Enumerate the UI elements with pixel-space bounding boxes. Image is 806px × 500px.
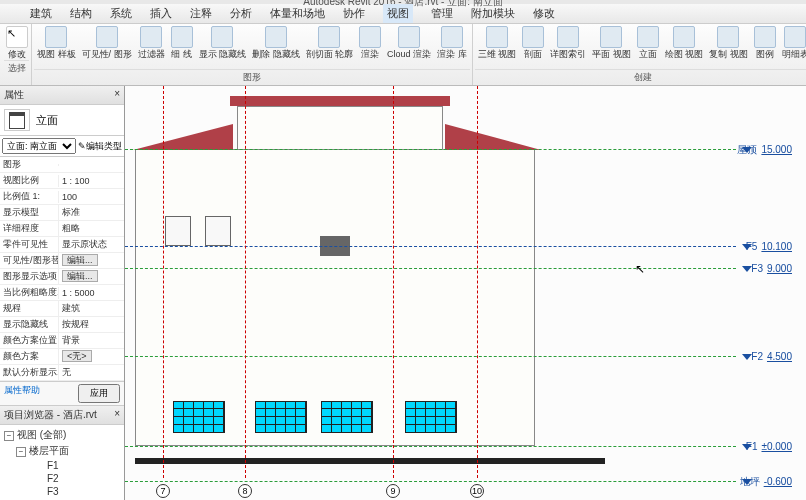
level-line[interactable]: 地坪-0.600: [125, 481, 806, 482]
filter-button[interactable]: 过滤器: [135, 25, 168, 69]
render-button[interactable]: 渲染: [356, 25, 384, 69]
menu-item[interactable]: 系统: [110, 6, 132, 21]
props-help-link[interactable]: 属性帮助: [4, 384, 40, 397]
grid-line[interactable]: [245, 86, 246, 478]
thinlines-button[interactable]: 细 线: [168, 25, 196, 69]
roof-right: [445, 124, 541, 150]
menu-item[interactable]: 附加模块: [471, 6, 515, 21]
level-line[interactable]: F510.100: [125, 246, 806, 247]
menu-bar: 建筑 结构 系统 插入 注释 分析 体量和场地 协作 视图 管理 附加模块 修改: [0, 4, 806, 24]
menu-item[interactable]: 分析: [230, 6, 252, 21]
visibility-button[interactable]: 可见性/ 图形: [79, 25, 135, 69]
window: [321, 401, 373, 433]
cut-profile-button[interactable]: 剖切面 轮廓: [303, 25, 357, 69]
prop-row[interactable]: 图形显示选项编辑...: [0, 269, 124, 285]
callout-button[interactable]: 详图索引: [547, 25, 589, 69]
type-selector[interactable]: 立面: [0, 105, 124, 136]
prop-row[interactable]: 颜色方案位置背景: [0, 333, 124, 349]
level-line[interactable]: 屋顶15.000: [125, 149, 806, 150]
menu-item[interactable]: 结构: [70, 6, 92, 21]
menu-item[interactable]: 管理: [431, 6, 453, 21]
grid-line[interactable]: [393, 86, 394, 478]
ground: [135, 458, 605, 464]
schedule-button[interactable]: 明细表: [779, 25, 806, 69]
tree-leaf[interactable]: F2: [2, 472, 122, 485]
prop-row[interactable]: 图形: [0, 157, 124, 173]
modify-button[interactable]: ↖修改: [4, 25, 29, 60]
level-line[interactable]: F24.500: [125, 356, 806, 357]
menu-item[interactable]: 修改: [533, 6, 555, 21]
menu-item[interactable]: 注释: [190, 6, 212, 21]
menu-item[interactable]: 体量和场地: [270, 6, 325, 21]
edit-type-button[interactable]: ✎ 编辑类型: [78, 138, 122, 154]
prop-row[interactable]: 比例值 1:100: [0, 189, 124, 205]
show-hidden-button[interactable]: 显示 隐藏线: [196, 25, 250, 69]
cloud-render-button[interactable]: Cloud 渲染: [384, 25, 434, 69]
3d-view-button[interactable]: 三维 视图: [475, 25, 520, 69]
menu-item[interactable]: 视图: [383, 4, 413, 23]
tree-root[interactable]: 视图 (全部): [2, 427, 122, 443]
opening: [165, 216, 191, 246]
project-browser[interactable]: 视图 (全部) 楼层平面 F1 F2 F3 F5 F6 地坪 地下一层 三维视图…: [0, 425, 124, 500]
duplicate-button[interactable]: 复制 视图: [706, 25, 751, 69]
grid-line[interactable]: [477, 86, 478, 478]
drawing-canvas[interactable]: 屋顶15.000F510.100F39.000F24.500F1±0.000地坪…: [125, 86, 806, 500]
prop-row[interactable]: 规程建筑: [0, 301, 124, 317]
type-label: 立面: [36, 113, 58, 128]
view-template-button[interactable]: 视图 样板: [34, 25, 79, 69]
opening: [205, 216, 231, 246]
window: [255, 401, 307, 433]
close-icon[interactable]: ×: [114, 408, 120, 422]
properties-title: 属性×: [0, 86, 124, 105]
prop-row[interactable]: 显示模型标准: [0, 205, 124, 221]
prop-row[interactable]: 显示隐藏线按规程: [0, 317, 124, 333]
cursor-icon: ↖: [635, 262, 645, 276]
tree-node[interactable]: 楼层平面: [2, 443, 122, 459]
window: [405, 401, 457, 433]
prop-row[interactable]: 颜色方案<无>: [0, 349, 124, 365]
menu-item[interactable]: 插入: [150, 6, 172, 21]
menu-item[interactable]: 协作: [343, 6, 365, 21]
left-panel: 属性× 立面 立面: 南立面 ✎ 编辑类型 图形视图比例1 : 100比例值 1…: [0, 86, 125, 500]
elevation-icon: [4, 109, 30, 131]
prop-row[interactable]: 零件可见性显示原状态: [0, 237, 124, 253]
render-lib-button[interactable]: 渲染 库: [434, 25, 470, 69]
prop-row[interactable]: 默认分析显示...无: [0, 365, 124, 381]
tree-leaf[interactable]: F1: [2, 459, 122, 472]
prop-row[interactable]: 详细程度粗略: [0, 221, 124, 237]
apply-button[interactable]: 应用: [78, 384, 120, 403]
legend-button[interactable]: 图例: [751, 25, 779, 69]
window: [173, 401, 225, 433]
family-select[interactable]: 立面: 南立面: [2, 138, 76, 154]
grid-bubble[interactable]: 10: [470, 484, 484, 498]
drafting-button[interactable]: 绘图 视图: [662, 25, 707, 69]
ribbon: ↖修改 选择 视图 样板 可见性/ 图形 过滤器 细 线 显示 隐藏线 删除 隐…: [0, 24, 806, 86]
level-line[interactable]: F1±0.000: [125, 446, 806, 447]
prop-row[interactable]: 视图比例1 : 100: [0, 173, 124, 189]
tree-leaf[interactable]: F3: [2, 485, 122, 498]
roof-left: [133, 124, 233, 150]
elevation-button[interactable]: 立面: [634, 25, 662, 69]
browser-title: 项目浏览器 - 酒店.rvt×: [0, 406, 124, 425]
menu-item[interactable]: 建筑: [30, 6, 52, 21]
roof: [230, 96, 450, 106]
prop-row[interactable]: 可见性/图形替换编辑...: [0, 253, 124, 269]
grid-bubble[interactable]: 8: [238, 484, 252, 498]
remove-hidden-button[interactable]: 删除 隐藏线: [249, 25, 303, 69]
section-button[interactable]: 剖面: [519, 25, 547, 69]
grid-line[interactable]: [163, 86, 164, 478]
prop-row[interactable]: 当比例粗略度...1 : 5000: [0, 285, 124, 301]
level-line[interactable]: F39.000: [125, 268, 806, 269]
grid-bubble[interactable]: 9: [386, 484, 400, 498]
grid-bubble[interactable]: 7: [156, 484, 170, 498]
upper-wall: [237, 106, 443, 150]
plan-view-button[interactable]: 平面 视图: [589, 25, 634, 69]
close-icon[interactable]: ×: [114, 88, 120, 102]
